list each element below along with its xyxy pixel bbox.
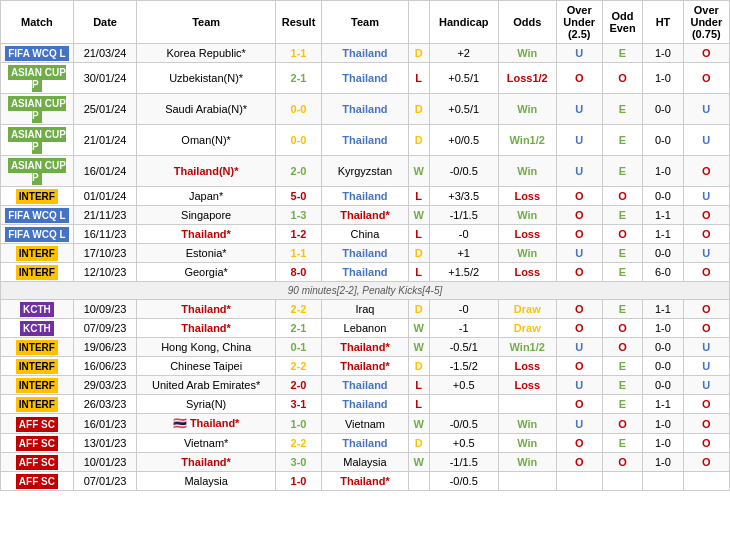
over-under-25: U <box>556 125 602 156</box>
wdl: D <box>408 44 429 63</box>
over-under-075: O <box>683 395 729 414</box>
match-score: 2-2 <box>275 357 321 376</box>
team2-name: Malaysia <box>322 453 409 472</box>
over-under-075: O <box>683 63 729 94</box>
odd-even: E <box>602 263 642 282</box>
match-score: 0-0 <box>275 94 321 125</box>
team1-name: Oman(N)* <box>137 125 276 156</box>
team1-name: Estonia* <box>137 244 276 263</box>
over-under-075: U <box>683 357 729 376</box>
ht-score: 1-0 <box>643 156 683 187</box>
match-date: 16/11/23 <box>73 225 137 244</box>
odd-even: E <box>602 376 642 395</box>
handicap: +0.5 <box>429 434 498 453</box>
handicap: +1.5/2 <box>429 263 498 282</box>
col-header-team1: Team <box>137 1 276 44</box>
table-row: INTERF 16/06/23 Chinese Taipei 2-2 Thail… <box>1 357 730 376</box>
ht-score: 1-0 <box>643 453 683 472</box>
odds: Loss1/2 <box>498 63 556 94</box>
odd-even: E <box>602 300 642 319</box>
over-under-25: O <box>556 357 602 376</box>
handicap: +2 <box>429 44 498 63</box>
wdl: W <box>408 206 429 225</box>
col-header-handicap: Handicap <box>429 1 498 44</box>
odd-even: E <box>602 357 642 376</box>
odds <box>498 472 556 491</box>
over-under-075: U <box>683 376 729 395</box>
team1-name: Malaysia <box>137 472 276 491</box>
team1-name: Thailand* <box>137 453 276 472</box>
ht-score: 1-0 <box>643 63 683 94</box>
match-label: FIFA WCQ L <box>5 208 68 223</box>
wdl: W <box>408 156 429 187</box>
note-cell: 90 minutes[2-2], Penalty Kicks[4-5] <box>1 282 730 300</box>
over-under-25: O <box>556 187 602 206</box>
odds: Loss <box>498 376 556 395</box>
over-under-075: O <box>683 453 729 472</box>
match-date: 01/01/24 <box>73 187 137 206</box>
table-row: INTERF 01/01/24 Japan* 5-0 Thailand L +3… <box>1 187 730 206</box>
match-date: 30/01/24 <box>73 63 137 94</box>
odd-even: E <box>602 156 642 187</box>
matches-table: Match Date Team Result Team Handicap Odd… <box>0 0 730 491</box>
match-label: KCTH <box>20 302 54 317</box>
over-under-25: U <box>556 244 602 263</box>
match-date: 07/01/23 <box>73 472 137 491</box>
match-type: KCTH <box>1 300 74 319</box>
team1-name: Georgia* <box>137 263 276 282</box>
wdl: D <box>408 94 429 125</box>
over-under-075: O <box>683 206 729 225</box>
match-score: 1-1 <box>275 44 321 63</box>
match-score: 2-0 <box>275 376 321 395</box>
handicap: +0/0.5 <box>429 125 498 156</box>
match-type: FIFA WCQ L <box>1 206 74 225</box>
col-header-oddeven: Odd Even <box>602 1 642 44</box>
odds: Loss <box>498 187 556 206</box>
table-row: ASIAN CUP P 16/01/24 Thailand(N)* 2-0 Ky… <box>1 156 730 187</box>
wdl: L <box>408 376 429 395</box>
over-under-25: U <box>556 414 602 434</box>
odd-even: O <box>602 319 642 338</box>
over-under-075: O <box>683 414 729 434</box>
team1-name: Singapore <box>137 206 276 225</box>
team2-name: Thailand* <box>322 206 409 225</box>
table-row: FIFA WCQ L 21/11/23 Singapore 1-3 Thaila… <box>1 206 730 225</box>
match-date: 21/03/24 <box>73 44 137 63</box>
match-label: INTERF <box>16 397 58 412</box>
ht-score: 0-0 <box>643 338 683 357</box>
odd-even: E <box>602 206 642 225</box>
team2-name: Kyrgyzstan <box>322 156 409 187</box>
odds: Loss <box>498 357 556 376</box>
over-under-075: U <box>683 244 729 263</box>
match-score: 2-2 <box>275 434 321 453</box>
table-row: INTERF 19/06/23 Hong Kong, China 0-1 Tha… <box>1 338 730 357</box>
handicap: -0/0.5 <box>429 472 498 491</box>
over-under-25: O <box>556 63 602 94</box>
odd-even: E <box>602 125 642 156</box>
team2-name: Iraq <box>322 300 409 319</box>
team2-name: Thailand* <box>322 472 409 491</box>
handicap: +0.5 <box>429 376 498 395</box>
wdl: D <box>408 434 429 453</box>
over-under-25: O <box>556 225 602 244</box>
handicap: +3/3.5 <box>429 187 498 206</box>
ht-score: 0-0 <box>643 376 683 395</box>
wdl: L <box>408 263 429 282</box>
odd-even: O <box>602 63 642 94</box>
ht-score: 0-0 <box>643 94 683 125</box>
team1-name: Thailand(N)* <box>137 156 276 187</box>
team2-name: Vietnam <box>322 414 409 434</box>
table-row: INTERF 17/10/23 Estonia* 1-1 Thailand D … <box>1 244 730 263</box>
match-score: 0-0 <box>275 125 321 156</box>
wdl: L <box>408 225 429 244</box>
match-type: INTERF <box>1 244 74 263</box>
match-score: 1-0 <box>275 414 321 434</box>
match-type: AFF SC <box>1 434 74 453</box>
handicap: -0.5/1 <box>429 338 498 357</box>
over-under-25: O <box>556 300 602 319</box>
team1-name: Thailand* <box>137 319 276 338</box>
table-row: AFF SC 13/01/23 Vietnam* 2-2 Thailand D … <box>1 434 730 453</box>
team2-name: Thailand <box>322 263 409 282</box>
match-label: INTERF <box>16 340 58 355</box>
match-type: INTERF <box>1 263 74 282</box>
